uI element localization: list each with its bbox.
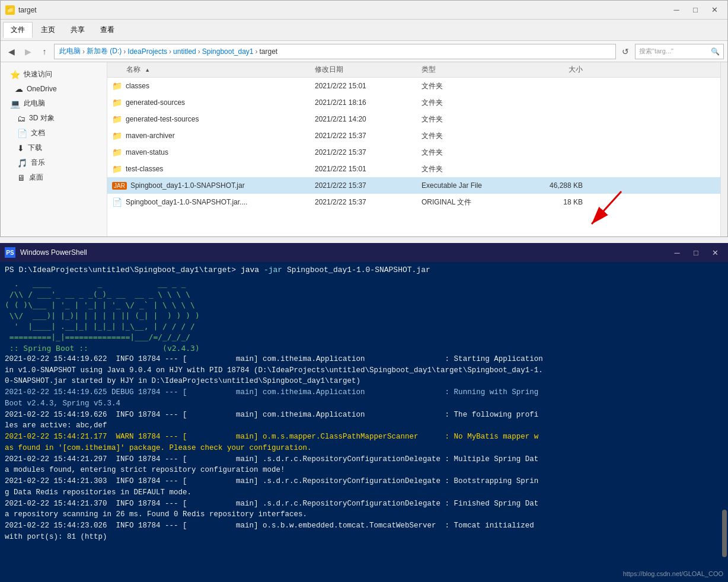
breadcrumb-drive[interactable]: 新加卷 (D:)	[87, 46, 122, 56]
ps-jar-name: Spingboot_day1-1.0-SNAPSHOT.jar	[282, 266, 430, 274]
file-type: 文件夹	[422, 98, 528, 108]
breadcrumb-untitled[interactable]: untitled	[173, 47, 196, 56]
table-row[interactable]: 📁 generated-sources 2021/2/21 18:16 文件夹	[107, 94, 720, 111]
download-icon: ⬇	[17, 143, 24, 153]
file-size: 18 KB	[528, 198, 587, 206]
sidebar-label-quickaccess: 快速访问	[24, 69, 52, 79]
breadcrumb-spingboot[interactable]: Spingboot_day1	[202, 47, 254, 56]
file-type: 文件夹	[422, 148, 528, 158]
file-type: ORIGINAL 文件	[422, 197, 528, 207]
forward-button[interactable]: ▶	[21, 44, 35, 59]
folder-icon: 📁	[112, 98, 122, 107]
sidebar-item-thispc[interactable]: 💻 此电脑	[1, 96, 107, 111]
ps-minimize-button[interactable]: ─	[669, 247, 685, 258]
sidebar-label-desktop: 桌面	[29, 172, 43, 183]
file-icon: 📄	[112, 197, 122, 207]
star-icon: ⭐	[10, 70, 20, 79]
sidebar-item-desktop[interactable]: 🖥 桌面	[1, 170, 107, 185]
ps-controls: ─ □ ✕	[669, 247, 723, 258]
jar-icon: JAR	[112, 182, 127, 190]
file-type: Executable Jar File	[422, 181, 528, 190]
folder-icon: 📁	[112, 148, 122, 157]
col-header-size[interactable]: 大小	[528, 65, 587, 75]
computer-icon: 💻	[10, 99, 20, 108]
scrollbar[interactable]	[720, 62, 727, 236]
sidebar-item-docs[interactable]: 📄 文档	[1, 126, 107, 140]
search-icon: 🔍	[711, 47, 720, 56]
table-row[interactable]: JAR Spingboot_day1-1.0-SNAPSHOT.jar 2021…	[107, 177, 720, 194]
search-placeholder: 搜索"targ..."	[639, 47, 673, 56]
folder-title-icon: 📁	[5, 5, 15, 15]
file-name: Spingboot_day1-1.0-SNAPSHOT.jar	[130, 181, 245, 190]
sidebar-item-onedrive[interactable]: ☁ OneDrive	[1, 82, 107, 96]
ps-prompt: PS D:\IdeaProjects\untitled\Spingboot_da…	[5, 266, 241, 274]
ps-command-text: java	[241, 266, 264, 274]
log-line: 2021-02-22 15:44:19.626 INFO 18784 --- […	[5, 410, 723, 432]
file-date: 2021/2/22 15:37	[315, 148, 422, 156]
table-row[interactable]: 📁 test-classes 2021/2/22 15:01 文件夹	[107, 161, 720, 177]
sidebar-item-3d[interactable]: 🗂 3D 对象	[1, 111, 107, 126]
col-header-name[interactable]: 名称 ▲	[107, 65, 315, 75]
ps-scrollbar[interactable]	[722, 510, 727, 557]
ps-title-bar: PS Windows PowerShell ─ □ ✕	[0, 243, 728, 262]
sidebar-item-music[interactable]: 🎵 音乐	[1, 155, 107, 170]
ps-maximize-button[interactable]: □	[688, 247, 704, 258]
ps-content: PS D:\IdeaProjects\untitled\Spingboot_da…	[0, 262, 728, 582]
file-list-header: 名称 ▲ 修改日期 类型 大小	[107, 62, 720, 78]
ribbon-tab-home[interactable]: 主页	[34, 23, 62, 37]
table-row[interactable]: 📁 classes 2021/2/22 15:01 文件夹	[107, 78, 720, 94]
address-bar: ◀ ▶ ↑ 此电脑 › 新加卷 (D:) › IdeaProjects › un…	[1, 41, 727, 62]
log-line: 2021-02-22 15:44:21.297 INFO 18784 --- […	[5, 454, 723, 477]
ps-close-button[interactable]: ✕	[707, 247, 723, 258]
title-bar-left: 📁 target	[5, 5, 37, 15]
file-name: generated-sources	[126, 98, 185, 107]
col-header-date[interactable]: 修改日期	[315, 65, 422, 75]
file-name: Spingboot_day1-1.0-SNAPSHOT.jar....	[126, 198, 247, 206]
close-button[interactable]: ✕	[706, 4, 723, 16]
content-area: ⭐ 快速访问 ☁ OneDrive 💻 此电脑 🗂 3D 对象 📄 文档 ⬇	[1, 62, 727, 236]
log-line: 2021-02-22 15:44:19.622 INFO 18784 --- […	[5, 354, 723, 387]
file-date: 2021/2/22 15:37	[315, 198, 422, 206]
file-name: test-classes	[126, 165, 163, 173]
watermark: https://blog.csdn.net/GLOAL_COO	[623, 570, 723, 577]
file-date: 2021/2/22 15:01	[315, 82, 422, 90]
desktop-icon: 🖥	[17, 173, 25, 183]
title-bar-controls: ─ □ ✕	[668, 4, 723, 16]
breadcrumb[interactable]: 此电脑 › 新加卷 (D:) › IdeaProjects › untitled…	[54, 44, 616, 59]
breadcrumb-idea[interactable]: IdeaProjects	[127, 47, 167, 56]
sidebar-label-thispc: 此电脑	[24, 98, 45, 108]
sidebar-label-docs: 文档	[31, 128, 45, 138]
file-list: 名称 ▲ 修改日期 类型 大小 📁 classes 2021/2/22 15:0…	[107, 62, 720, 236]
sidebar-item-quickaccess[interactable]: ⭐ 快速访问	[1, 67, 107, 82]
ps-icon: PS	[5, 247, 15, 258]
maximize-button[interactable]: □	[687, 4, 704, 16]
folder-icon: 📁	[112, 114, 122, 124]
log-line: 2021-02-22 15:44:23.026 INFO 18784 --- […	[5, 520, 723, 543]
table-row[interactable]: 📁 generated-test-sources 2021/2/21 14:20…	[107, 111, 720, 127]
col-header-type[interactable]: 类型	[422, 65, 528, 75]
file-name: generated-test-sources	[126, 115, 199, 123]
powershell-window: PS Windows PowerShell ─ □ ✕ PS D:\IdeaPr…	[0, 243, 728, 582]
ribbon-tab-file[interactable]: 文件	[3, 22, 33, 38]
minimize-button[interactable]: ─	[668, 4, 685, 16]
file-date: 2021/2/22 15:37	[315, 132, 422, 140]
breadcrumb-computer[interactable]: 此电脑	[59, 46, 81, 56]
folder-icon: 📁	[112, 164, 122, 174]
ps-title-left: PS Windows PowerShell	[5, 247, 87, 258]
ps-window-title: Windows PowerShell	[20, 248, 87, 257]
ribbon-tab-view[interactable]: 查看	[93, 23, 122, 37]
folder-icon: 📁	[112, 131, 122, 140]
file-date: 2021/2/22 15:37	[315, 181, 422, 190]
table-row[interactable]: 📁 maven-archiver 2021/2/22 15:37 文件夹	[107, 127, 720, 144]
refresh-button[interactable]: ↺	[618, 44, 633, 59]
ps-command-line: PS D:\IdeaProjects\untitled\Spingboot_da…	[5, 264, 723, 276]
table-row[interactable]: 📄 Spingboot_day1-1.0-SNAPSHOT.jar.... 20…	[107, 194, 720, 210]
table-row[interactable]: 📁 maven-status 2021/2/22 15:37 文件夹	[107, 144, 720, 161]
sidebar: ⭐ 快速访问 ☁ OneDrive 💻 此电脑 🗂 3D 对象 📄 文档 ⬇	[1, 62, 107, 236]
up-button[interactable]: ↑	[37, 44, 52, 59]
ribbon-tab-share[interactable]: 共享	[63, 23, 92, 37]
sidebar-item-downloads[interactable]: ⬇ 下载	[1, 140, 107, 155]
file-date: 2021/2/21 18:16	[315, 98, 422, 107]
search-box[interactable]: 搜索"targ..." 🔍	[635, 44, 724, 59]
back-button[interactable]: ◀	[4, 44, 18, 59]
